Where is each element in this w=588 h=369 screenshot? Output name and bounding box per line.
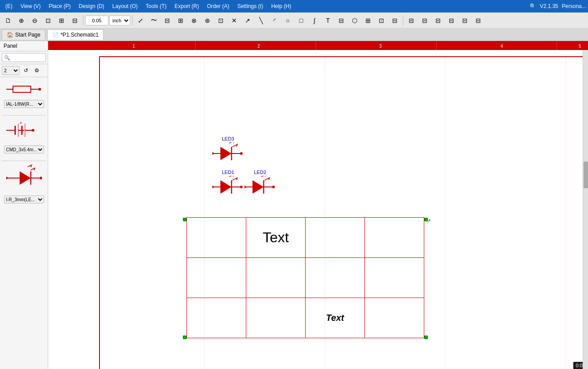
tab-schematic1[interactable]: 📄 *P1.Schematic1 [47, 29, 104, 40]
led2-component[interactable]: LED2 [244, 170, 276, 204]
panel-search-input[interactable] [2, 53, 46, 62]
arc-button[interactable]: ◜ [268, 14, 281, 27]
table-cell-0-0[interactable] [187, 218, 246, 258]
schematic1-tab-label: *P1.Schematic1 [61, 32, 99, 38]
zoom-out-button[interactable]: ⊖ [29, 14, 41, 27]
horizontal-ruler: 1 2 3 4 5 [48, 41, 588, 50]
bus-button[interactable]: ⊟ [161, 14, 174, 27]
move-button[interactable]: ⤢ [134, 14, 147, 27]
menu-item-order[interactable]: Order (A) [203, 2, 233, 10]
canvas-area[interactable]: 1 2 3 4 5 [48, 41, 588, 369]
netlabel-button[interactable]: ⊛ [201, 14, 214, 27]
grid-unit-select[interactable]: inch mm [109, 16, 130, 25]
led3-component[interactable]: LED3 [212, 136, 244, 170]
table-cell-2-2[interactable]: Text [306, 298, 365, 338]
zoom-in-button[interactable]: ⊕ [15, 14, 28, 27]
table-cell-2-0[interactable] [187, 298, 246, 338]
align-top-button[interactable]: ⊟ [432, 14, 444, 27]
tab-start-page[interactable]: 🏠 Start Page [2, 29, 46, 40]
svg-point-42 [240, 152, 243, 155]
delete-button[interactable]: ✕ [228, 14, 240, 27]
wire-button[interactable]: 〜 [148, 14, 160, 27]
svg-marker-47 [220, 180, 232, 194]
led3-symbol [212, 142, 244, 169]
table-row-0: Text [187, 218, 424, 258]
menu-item-help[interactable]: Help (H) [268, 2, 295, 10]
snap-button[interactable]: ⊞ [55, 14, 68, 27]
menu-item-place[interactable]: Place (P) [45, 2, 74, 10]
vertical-scrollbar[interactable] [583, 50, 588, 369]
menu-item-tools[interactable]: Tools (T) [142, 2, 170, 10]
menu-right: 🔍 V2.1.35 Persona... [530, 3, 586, 9]
image-button[interactable]: ⊟ [335, 14, 348, 27]
separator-1 [83, 15, 83, 26]
panel-items: IAL-1/8W(R... [0, 77, 48, 369]
led-select[interactable]: I-R_3mm(LE... [4, 195, 44, 203]
table-cell-1-0[interactable] [187, 258, 246, 298]
schematic-table[interactable]: Text Text [186, 217, 424, 338]
align-right-button[interactable]: ⊟ [418, 14, 431, 27]
led1-component[interactable]: LED1 [212, 170, 244, 204]
comp2-button[interactable]: ⊟ [389, 14, 401, 27]
menu-item-design[interactable]: Design (D) [75, 2, 108, 10]
pwrsym-button[interactable]: ⊡ [215, 14, 227, 27]
component-battery[interactable]: + CMD_3x5.4m... [2, 117, 46, 155]
text-button[interactable]: T [322, 14, 334, 27]
align-left-button[interactable]: ⊟ [405, 14, 418, 27]
comp-button[interactable]: ⊡ [375, 14, 388, 27]
menu-item-layout[interactable]: Layout (O) [109, 2, 141, 10]
schematic-canvas[interactable]: LED3 [48, 50, 588, 369]
left-panel: Panel 213 ↺ ⚙ [0, 41, 48, 369]
distribute-h-button[interactable]: ⊟ [459, 14, 471, 27]
fit-button[interactable]: ⊡ [42, 14, 54, 27]
panel-header: Panel [0, 41, 48, 51]
junction-button[interactable]: ⊞ [174, 14, 187, 27]
table-cell-0-2[interactable] [306, 218, 365, 258]
handle-bl[interactable] [183, 336, 186, 339]
led2-label: LED2 [244, 170, 276, 175]
table-cell-0-3[interactable] [365, 218, 424, 258]
panel-divider-2 [2, 161, 46, 161]
handle-br[interactable] [424, 336, 428, 339]
table-cell-1-3[interactable] [365, 258, 424, 298]
led2-symbol [244, 176, 276, 203]
menu-item-settings[interactable]: Settings (I) [234, 2, 267, 10]
line-button[interactable]: ╲ [255, 14, 267, 27]
refresh-button[interactable]: ↺ [21, 66, 30, 75]
zoom-select[interactable]: 213 [2, 66, 20, 75]
table-cell-2-1[interactable] [246, 298, 306, 338]
menu-item-view[interactable]: View (V) [17, 2, 44, 10]
measure-button[interactable]: ↗ [241, 14, 254, 27]
menu-item-export[interactable]: Export (R) [171, 2, 203, 10]
svg-marker-57 [253, 180, 264, 194]
circle-button[interactable]: ○ [282, 14, 294, 27]
noconnect-button[interactable]: ⊗ [188, 14, 200, 27]
menu-item-e[interactable]: (E) [2, 2, 16, 10]
toolbar: 🗋 ⊕ ⊖ ⊡ ⊞ ⊟ inch mm ⤢ 〜 ⊟ ⊞ ⊗ ⊛ ⊡ ✕ ↗ ╲ … [0, 12, 588, 29]
led1-label: LED1 [212, 170, 244, 175]
new-button[interactable]: 🗋 [2, 14, 14, 27]
polygon-button[interactable]: ⬡ [348, 14, 361, 27]
handle-tl[interactable] [183, 218, 186, 221]
table-cell-1-2[interactable] [306, 258, 365, 298]
battery-select[interactable]: CMD_3x5.4m... [4, 145, 44, 153]
table-cell-0-1[interactable]: Text [246, 218, 306, 258]
distribute-v-button[interactable]: ⊟ [472, 14, 484, 27]
align-bottom-button[interactable]: ⊟ [445, 14, 458, 27]
rect-button[interactable]: □ [295, 14, 307, 27]
svg-point-21 [6, 177, 8, 179]
table-cell-2-3[interactable] [365, 298, 424, 338]
table-button[interactable]: ⊞ [362, 14, 374, 27]
grid-button[interactable]: ⊟ [69, 14, 81, 27]
component-led[interactable]: I-R_3mm(LE... [2, 163, 46, 205]
table-cell-1-1[interactable] [246, 258, 306, 298]
component-resistor[interactable]: IAL-1/8W(R... [2, 81, 46, 110]
resize-icon[interactable]: ↗ [427, 218, 431, 224]
scrollbar-thumb[interactable] [584, 162, 588, 188]
resistor-select[interactable]: IAL-1/8W(R... [4, 100, 44, 108]
panel-settings-button[interactable]: ⚙ [32, 66, 41, 75]
grid-value-input[interactable] [85, 16, 108, 25]
search-icon[interactable]: 🔍 [530, 3, 536, 9]
curve-button[interactable]: ∫ [308, 14, 321, 27]
svg-point-22 [40, 177, 42, 179]
